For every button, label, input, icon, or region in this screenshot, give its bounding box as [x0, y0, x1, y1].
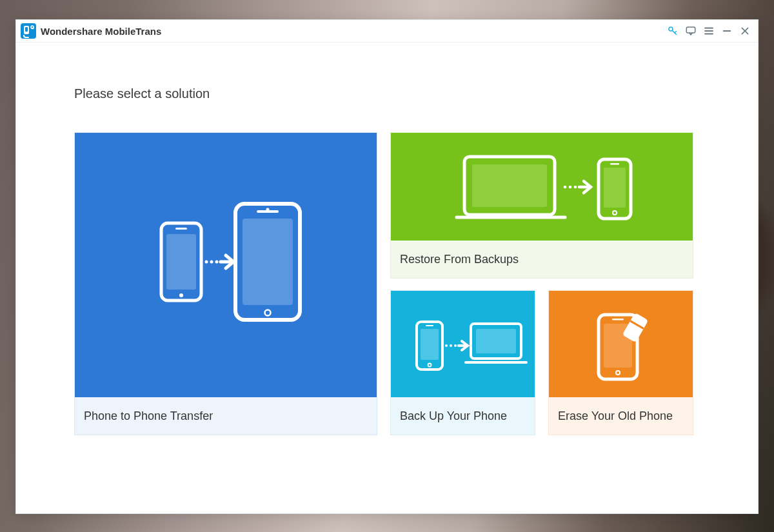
- desktop-background: Wondershare MobileTrans: [0, 0, 774, 532]
- svg-rect-19: [243, 219, 293, 305]
- card-erase-phone[interactable]: Erase Your Old Phone: [548, 290, 693, 435]
- svg-point-85: [616, 371, 620, 375]
- svg-rect-15: [166, 234, 196, 290]
- svg-rect-73: [421, 329, 439, 360]
- svg-rect-16: [175, 228, 187, 230]
- app-logo-icon: [20, 23, 37, 39]
- svg-point-76: [445, 344, 448, 347]
- backup-icon: [391, 291, 535, 397]
- key-icon[interactable]: [664, 22, 682, 40]
- svg-rect-2: [25, 27, 28, 32]
- page-heading: Please select a solution: [74, 86, 700, 101]
- svg-point-65: [569, 185, 572, 188]
- card-label: Erase Your Old Phone: [549, 397, 693, 435]
- svg-point-56: [266, 208, 270, 212]
- card-label: Phone to Phone Transfer: [75, 397, 377, 435]
- svg-point-66: [574, 185, 577, 188]
- svg-point-77: [450, 344, 452, 347]
- card-phone-to-phone[interactable]: Phone to Phone Transfer: [74, 132, 377, 435]
- right-column: Restore From Backups: [390, 132, 693, 435]
- svg-point-64: [564, 185, 567, 188]
- svg-point-22: [265, 310, 271, 316]
- feedback-icon[interactable]: [682, 22, 700, 40]
- svg-point-59: [215, 261, 219, 264]
- phone-to-phone-icon: [75, 133, 377, 397]
- svg-rect-69: [604, 168, 626, 208]
- svg-rect-62: [472, 164, 547, 207]
- svg-point-58: [210, 261, 213, 264]
- svg-rect-75: [426, 325, 433, 326]
- minimize-icon[interactable]: [718, 22, 736, 40]
- close-icon[interactable]: [736, 22, 754, 40]
- solution-grid: Phone to Phone Transfer: [74, 132, 700, 435]
- restore-icon: [391, 133, 693, 241]
- card-label: Back Up Your Phone: [391, 397, 535, 435]
- svg-rect-81: [476, 329, 516, 353]
- card-label: Restore From Backups: [391, 241, 693, 278]
- svg-rect-7: [686, 27, 695, 33]
- bottom-row: Back Up Your Phone: [390, 290, 693, 435]
- erase-icon: [549, 291, 693, 397]
- svg-point-78: [454, 344, 457, 347]
- svg-point-57: [205, 261, 208, 264]
- card-restore-from-backups[interactable]: Restore From Backups: [390, 132, 693, 279]
- app-title: Wondershare MobileTrans: [41, 26, 161, 37]
- menu-icon[interactable]: [700, 22, 718, 40]
- svg-point-17: [179, 293, 183, 297]
- main-content: Please select a solution: [16, 43, 758, 448]
- svg-rect-86: [612, 319, 624, 320]
- app-window: Wondershare MobileTrans: [15, 19, 759, 514]
- card-back-up-phone[interactable]: Back Up Your Phone: [390, 290, 535, 435]
- svg-line-6: [675, 32, 676, 33]
- title-bar: Wondershare MobileTrans: [16, 20, 758, 43]
- svg-point-70: [613, 211, 617, 215]
- svg-point-74: [428, 363, 431, 366]
- svg-rect-71: [610, 163, 619, 165]
